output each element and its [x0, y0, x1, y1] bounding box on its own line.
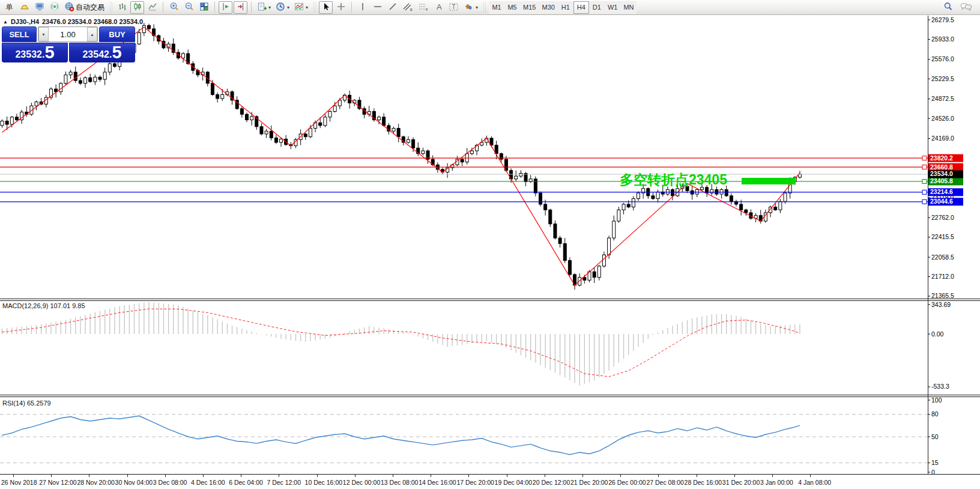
- symbol-marker-icon: ▲: [3, 19, 8, 25]
- buy-price-main: 23542: [82, 48, 109, 61]
- timeframe-d1-button[interactable]: D1: [589, 1, 605, 14]
- time-axis-label: 13 Dec 08:00: [381, 479, 418, 486]
- line-chart-icon: [148, 2, 157, 13]
- zoom-out-icon: [184, 2, 194, 13]
- time-axis-label: 31 Dec 20:00: [722, 479, 760, 486]
- sell-price-button[interactable]: 23532.5: [2, 43, 68, 62]
- time-axis-tick: [279, 475, 279, 477]
- time-axis-tick: [468, 475, 469, 477]
- svg-text:0: 0: [931, 469, 935, 475]
- svg-text:23044.6: 23044.6: [930, 198, 953, 205]
- svg-text:15: 15: [931, 459, 939, 466]
- timeframe-bar: M1M5M15M30H1H4D1W1MN: [489, 1, 637, 14]
- equidistant-channel-button[interactable]: E: [401, 1, 415, 14]
- time-axis-tick: [393, 475, 393, 477]
- svg-text:80: 80: [931, 410, 939, 418]
- text-label-button[interactable]: T: [447, 1, 461, 14]
- time-axis-label: 26 Nov 2018: [1, 479, 37, 486]
- svg-text:23214.6: 23214.6: [930, 188, 953, 195]
- indicators-button[interactable]: ▾: [292, 1, 310, 14]
- rsi-pane[interactable]: 1008050150: [0, 397, 980, 474]
- buy-price-button[interactable]: 23542.5: [69, 43, 135, 62]
- horizontal-line-button[interactable]: [371, 1, 384, 14]
- sell-price-main: 23532: [15, 48, 42, 61]
- macd-pane[interactable]: 343.690.00-533.3: [0, 301, 980, 395]
- terminal-button[interactable]: [32, 1, 46, 14]
- crosshair-button[interactable]: [334, 1, 348, 14]
- price-scale-axis[interactable]: [928, 16, 928, 474]
- time-axis-tick: [772, 475, 773, 477]
- volume-input[interactable]: [49, 27, 87, 41]
- timeframe-mn-button[interactable]: MN: [620, 1, 637, 14]
- toolbar-grip[interactable]: [109, 2, 112, 13]
- trendline-button[interactable]: [386, 1, 399, 14]
- text-label-icon: T: [449, 2, 459, 13]
- timeframe-h4-button[interactable]: H4: [573, 1, 589, 14]
- candlestick-mode-button[interactable]: [130, 1, 144, 14]
- time-axis-tick: [545, 475, 545, 477]
- zoom-in-button[interactable]: [167, 1, 181, 14]
- chevron-down-icon: ▾: [268, 5, 271, 10]
- timeframe-m15-button[interactable]: M15: [520, 1, 539, 14]
- timeframe-w1-button[interactable]: W1: [605, 1, 621, 14]
- new-chart-button[interactable]: ▾: [255, 1, 273, 14]
- time-axis-tick: [13, 475, 14, 477]
- svg-text:23820.2: 23820.2: [930, 154, 953, 162]
- chart-shift-button[interactable]: [234, 1, 247, 14]
- time-axis[interactable]: 26 Nov 201827 Nov 12:0028 Nov 20:0030 No…: [0, 475, 980, 489]
- toolbar-grip[interactable]: [313, 2, 316, 13]
- search-button[interactable]: [941, 1, 955, 14]
- svg-text:E: E: [410, 8, 413, 11]
- time-axis-tick: [620, 475, 621, 477]
- svg-text:21365.5: 21365.5: [931, 292, 954, 299]
- buy-button[interactable]: BUY: [99, 26, 135, 42]
- volume-decrease-button[interactable]: ▼: [38, 27, 49, 41]
- timeframe-m1-button[interactable]: M1: [489, 1, 504, 14]
- text-button[interactable]: A: [432, 1, 446, 14]
- time-axis-tick: [658, 475, 659, 477]
- timeframe-h1-button[interactable]: H1: [558, 1, 573, 14]
- tile-windows-button[interactable]: [197, 1, 211, 14]
- auto-scroll-button[interactable]: [219, 1, 232, 14]
- channel-icon: E: [402, 2, 413, 13]
- annotation-text: 多空转折点23405: [620, 172, 727, 187]
- market-watch-button[interactable]: [17, 1, 31, 14]
- timeframe-m5-button[interactable]: M5: [504, 1, 520, 14]
- svg-text:-533.3: -533.3: [931, 383, 949, 390]
- sell-button[interactable]: SELL: [2, 26, 37, 42]
- vertical-line-button[interactable]: [355, 1, 369, 14]
- main-toolbar: 单 自动交易: [0, 0, 980, 15]
- toolbar-grip[interactable]: [483, 2, 486, 13]
- bar-chart-mode-button[interactable]: [115, 1, 129, 14]
- volume-increase-button[interactable]: ▲: [87, 27, 97, 41]
- svg-text:T: T: [452, 4, 456, 10]
- time-axis-label: 12 Dec 00:00: [343, 479, 380, 486]
- fibonacci-button[interactable]: F: [416, 1, 431, 14]
- rsi-label: RSI(14) 65.2579: [2, 399, 51, 407]
- toolbar-separator: [351, 2, 352, 13]
- arrows-button[interactable]: ▾: [462, 1, 480, 14]
- zoom-out-button[interactable]: [182, 1, 196, 14]
- chevron-down-icon: ▾: [476, 5, 478, 10]
- candlestick-icon: [133, 2, 142, 13]
- new-order-button[interactable]: 单: [2, 1, 16, 14]
- bar-chart-icon: [118, 2, 127, 13]
- periods-button[interactable]: ▾: [274, 1, 291, 14]
- svg-text:A: A: [437, 2, 442, 11]
- time-axis-label: 21 Dec 20:00: [570, 479, 608, 486]
- main-chart-pane[interactable]: 多空转折点2340526279.525933.025576.025229.524…: [0, 16, 980, 299]
- svg-text:22415.5: 22415.5: [931, 233, 954, 240]
- line-chart-mode-button[interactable]: [145, 1, 159, 14]
- auto-trading-button[interactable]: 自动交易: [62, 1, 106, 14]
- svg-text:23405.8: 23405.8: [930, 177, 953, 184]
- time-axis-label: 27 Dec 08:00: [646, 479, 683, 486]
- chat-button[interactable]: [958, 1, 974, 14]
- strategy-tester-button[interactable]: [47, 1, 61, 14]
- time-axis-label: 4 Dec 16:00: [191, 479, 225, 486]
- timeframe-m30-button[interactable]: M30: [539, 1, 557, 14]
- chevron-down-icon: ▾: [306, 5, 308, 10]
- svg-text:343.69: 343.69: [931, 301, 951, 308]
- cursor-button[interactable]: [319, 1, 333, 14]
- zoom-in-icon: [169, 2, 179, 13]
- chart-title: ▲ DJ30-,H4 23476.0 23534.0 23468.0 23534…: [3, 18, 143, 25]
